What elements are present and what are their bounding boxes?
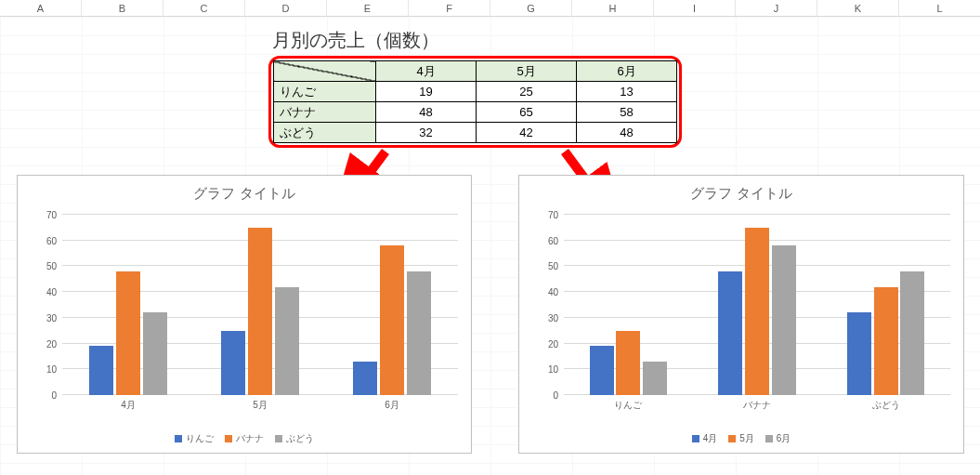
- chart-plot-area: 010203040506070りんごバナナぶどう: [564, 215, 950, 395]
- chart-bar: [772, 245, 796, 395]
- legend-swatch-icon: [765, 435, 773, 442]
- legend-item: 6月: [765, 432, 791, 445]
- legend-item: バナナ: [225, 432, 264, 445]
- table-col-header[interactable]: 5月: [477, 61, 577, 82]
- chart-bar: [643, 362, 667, 395]
- col-header[interactable]: K: [817, 0, 899, 16]
- table-col-header[interactable]: 4月: [376, 61, 477, 82]
- table-cell[interactable]: 13: [577, 82, 677, 102]
- chart-legend: りんごバナナぶどう: [18, 432, 471, 445]
- y-axis-tick: 60: [532, 235, 558, 245]
- spreadsheet-sheet: A B C D E F G H I J K L 月別の売上（個数） 4月 5月 …: [0, 0, 980, 475]
- y-axis-tick: 30: [31, 312, 57, 323]
- col-header[interactable]: H: [572, 0, 654, 16]
- chart-bar: [248, 228, 272, 395]
- legend-item: 5月: [728, 432, 754, 445]
- table-row-header[interactable]: ぶどう: [274, 123, 376, 143]
- y-axis-tick: 50: [31, 261, 57, 271]
- chart-bar: [380, 245, 404, 395]
- table-cell[interactable]: 48: [577, 123, 677, 143]
- col-header[interactable]: A: [0, 0, 82, 16]
- x-axis-tick: バナナ: [743, 399, 771, 412]
- chart-bar: [116, 271, 140, 395]
- y-axis-tick: 20: [532, 338, 558, 349]
- chart-bar: [221, 331, 245, 395]
- chart-bar: [847, 312, 871, 395]
- chart-bar: [900, 271, 924, 395]
- y-axis-tick: 20: [31, 338, 57, 349]
- col-header[interactable]: L: [899, 0, 980, 16]
- x-axis-tick: 4月: [121, 399, 136, 412]
- col-header[interactable]: I: [654, 0, 736, 16]
- col-header[interactable]: C: [163, 0, 245, 16]
- legend-swatch-icon: [692, 435, 699, 442]
- legend-swatch-icon: [175, 435, 182, 442]
- table-cell[interactable]: 32: [376, 123, 477, 143]
- chart-bar: [745, 228, 769, 395]
- chart-bar: [616, 331, 640, 395]
- y-axis-tick: 30: [532, 312, 558, 323]
- legend-item: りんご: [175, 432, 214, 445]
- table-cell[interactable]: 25: [477, 82, 577, 102]
- sheet-title[interactable]: 月別の売上（個数）: [272, 28, 439, 53]
- table-cell[interactable]: 19: [376, 82, 477, 102]
- data-table-highlight: 4月 5月 6月 りんご 19 25 13 バナナ 48 65 58 ぶどう 3…: [268, 56, 682, 148]
- col-header[interactable]: D: [245, 0, 327, 16]
- legend-item: 4月: [692, 432, 718, 445]
- table-cell[interactable]: 48: [376, 102, 477, 123]
- table-cell[interactable]: 58: [577, 102, 677, 123]
- table-cell[interactable]: 42: [477, 123, 577, 143]
- y-axis-tick: 0: [31, 390, 57, 401]
- x-axis-tick: 6月: [385, 399, 399, 412]
- chart-by-month[interactable]: グラフ タイトル 0102030405060704月5月6月 りんごバナナぶどう: [17, 175, 472, 454]
- chart-plot-area: 0102030405060704月5月6月: [62, 215, 458, 395]
- col-header[interactable]: E: [327, 0, 409, 16]
- chart-gridline: [62, 214, 458, 215]
- legend-swatch-icon: [275, 435, 282, 442]
- chart-title: グラフ タイトル: [519, 185, 963, 203]
- chart-by-product[interactable]: グラフ タイトル 010203040506070りんごバナナぶどう 4月5月6月: [518, 175, 964, 454]
- chart-gridline: [564, 214, 950, 215]
- x-axis-tick: りんご: [614, 399, 642, 412]
- x-axis-tick: 5月: [253, 399, 268, 412]
- chart-bar: [143, 312, 167, 395]
- col-header[interactable]: B: [82, 0, 163, 16]
- y-axis-tick: 70: [31, 210, 57, 220]
- y-axis-tick: 40: [31, 287, 57, 297]
- col-header[interactable]: G: [490, 0, 572, 16]
- legend-swatch-icon: [225, 435, 232, 442]
- chart-bar: [353, 362, 377, 395]
- col-header[interactable]: J: [736, 0, 817, 16]
- y-axis-tick: 50: [532, 261, 558, 271]
- chart-legend: 4月5月6月: [519, 432, 963, 445]
- chart-bar: [89, 346, 113, 395]
- table-corner-cell[interactable]: [274, 61, 376, 82]
- y-axis-tick: 60: [31, 235, 57, 245]
- table-row-header[interactable]: りんご: [274, 82, 376, 102]
- chart-bar: [874, 287, 898, 395]
- table-cell[interactable]: 65: [477, 102, 577, 123]
- table-row-header[interactable]: バナナ: [274, 102, 376, 123]
- legend-swatch-icon: [728, 435, 736, 442]
- data-table[interactable]: 4月 5月 6月 りんご 19 25 13 バナナ 48 65 58 ぶどう 3…: [273, 60, 677, 143]
- table-col-header[interactable]: 6月: [577, 61, 677, 82]
- chart-bar: [407, 271, 431, 395]
- chart-bar: [275, 287, 299, 395]
- chart-bar: [718, 271, 742, 395]
- y-axis-tick: 10: [532, 364, 558, 375]
- chart-title: グラフ タイトル: [18, 185, 471, 203]
- column-headers: A B C D E F G H I J K L: [0, 0, 980, 17]
- y-axis-tick: 10: [31, 364, 57, 375]
- x-axis-tick: ぶどう: [872, 399, 900, 412]
- chart-bar: [590, 346, 614, 395]
- legend-item: ぶどう: [275, 432, 314, 445]
- y-axis-tick: 70: [532, 210, 558, 220]
- y-axis-tick: 40: [532, 287, 558, 297]
- y-axis-tick: 0: [532, 390, 558, 401]
- col-header[interactable]: F: [409, 0, 490, 16]
